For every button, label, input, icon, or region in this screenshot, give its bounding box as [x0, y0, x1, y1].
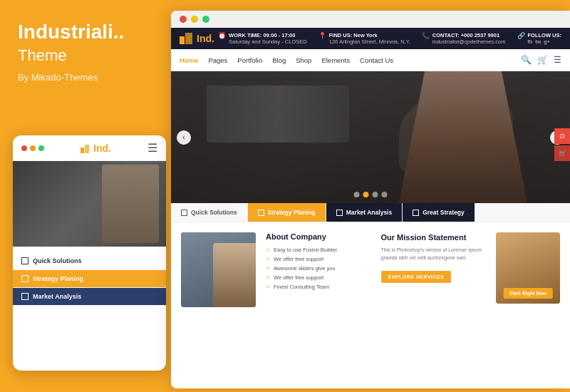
theme-author: By Mikado-Themes — [18, 72, 153, 83]
svg-rect-3 — [185, 33, 192, 44]
tab-quick-solutions[interactable]: Quick Solutions — [171, 203, 248, 222]
tab-label-quick: Quick Solutions — [191, 209, 237, 216]
check-icon-1: ✓ — [266, 247, 271, 253]
tab-icon-great — [413, 210, 419, 216]
about-company-list: ✓Easy to use Fusion Builder ✓We offer fr… — [266, 247, 371, 290]
check-icon-2: ✓ — [266, 256, 271, 262]
hamburger-icon[interactable]: ☰ — [554, 55, 561, 65]
start-right-now-button[interactable]: Start Right Now — [504, 288, 553, 299]
mobile-menu-label-market: Market Analysis — [33, 293, 81, 300]
hero-dot-4[interactable] — [382, 192, 388, 197]
about-company-title: About Company — [266, 232, 371, 241]
nav-link-portfolio[interactable]: Portfolio — [237, 56, 262, 64]
cart-icon[interactable]: 🛒 — [537, 55, 548, 65]
nav-link-elements[interactable]: Elements — [321, 56, 350, 64]
mobile-hamburger-icon[interactable]: ☰ — [147, 141, 157, 155]
mobile-header: Ind. ☰ — [13, 135, 166, 161]
menu-icon-quick — [21, 257, 28, 264]
mobile-menu-item-quick[interactable]: Quick Solutions — [13, 252, 166, 270]
tab-label-great: Great Strategy — [423, 209, 465, 216]
side-btn-1[interactable]: O — [554, 128, 570, 144]
hero-dot-3[interactable] — [373, 192, 378, 197]
hero-pagination-dots — [354, 192, 388, 197]
social-icon: 🔗 — [517, 32, 525, 39]
about-company-image — [181, 232, 256, 307]
clock-icon: ⏰ — [218, 32, 226, 39]
social-tw[interactable]: tw — [535, 38, 541, 45]
nav-utility-icons: 🔍 🛒 ☰ — [521, 55, 561, 65]
list-item-4: ✓We offer free support — [266, 274, 371, 281]
svg-rect-0 — [81, 148, 84, 153]
nav-follow: 🔗 FOLLOW US: fb tw g+ — [517, 32, 562, 45]
list-item-5: ✓Finest Consulting Team — [266, 284, 371, 290]
content-section: About Company ✓Easy to use Fusion Builde… — [171, 222, 570, 317]
main-nav-links: Home Pages Portfolio Blog Shop Elements … — [180, 56, 393, 64]
mobile-mockup: Ind. ☰ Quick Solutions Strategy Planing … — [13, 135, 166, 371]
nav-find-us: 📍 FIND US: New York 126 Arlington Street… — [318, 32, 410, 45]
nav-link-home[interactable]: Home — [180, 56, 198, 64]
left-panel: Industriali.. Theme By Mikado-Themes Ind… — [0, 0, 171, 392]
social-fb[interactable]: fb — [528, 38, 533, 45]
browser-dot-red — [180, 16, 187, 23]
mission-text: This is Photoshop's version of Loremer I… — [381, 247, 487, 262]
theme-title: Industriali.. — [18, 21, 153, 43]
tab-icon-quick — [181, 210, 187, 216]
check-icon-3: ✓ — [266, 265, 271, 272]
mobile-menu-label-strategy: Strategy Planing — [33, 275, 83, 282]
mobile-hero-image — [13, 161, 166, 247]
browser-dot-green — [202, 16, 209, 23]
nav-link-blog[interactable]: Blog — [272, 56, 286, 64]
mission-col: Our Mission Statement This is Photoshop'… — [381, 232, 487, 307]
tab-strip: Quick Solutions Strategy Planing Market … — [171, 203, 570, 222]
list-item-1: ✓Easy to use Fusion Builder — [266, 247, 371, 253]
theme-subtitle: Theme — [18, 46, 153, 65]
nav-link-pages[interactable]: Pages — [208, 56, 227, 64]
tab-strategy-planing[interactable]: Strategy Planing — [248, 203, 326, 222]
social-gp[interactable]: g+ — [544, 38, 550, 45]
nav-link-shop[interactable]: Shop — [296, 56, 311, 64]
mobile-menu-label-quick: Quick Solutions — [33, 257, 82, 264]
tab-market-analysis[interactable]: Market Analysis — [326, 203, 403, 222]
check-icon-4: ✓ — [266, 274, 271, 281]
hero-dot-1[interactable] — [354, 192, 360, 197]
nav-work-time: ⏰ WORK TIME: 09:00 - 17:00 Saturday and … — [218, 32, 307, 45]
browser-mockup: Ind. ⏰ WORK TIME: 09:00 - 17:00 Saturday… — [171, 11, 570, 388]
mobile-menu-item-strategy[interactable]: Strategy Planing — [13, 270, 166, 288]
location-icon: 📍 — [318, 32, 326, 39]
about-company-col: About Company ✓Easy to use Fusion Builde… — [266, 232, 371, 307]
search-icon[interactable]: 🔍 — [521, 55, 532, 65]
social-links: fb tw g+ — [528, 38, 562, 45]
mission-title: Our Mission Statement — [381, 232, 487, 242]
mobile-dot-green — [38, 145, 44, 151]
menu-icon-strategy — [21, 275, 28, 282]
right-cta-col: Start Right Now — [496, 232, 560, 307]
tab-label-strategy: Strategy Planing — [268, 209, 316, 216]
check-icon-5: ✓ — [266, 284, 271, 290]
explore-services-button[interactable]: EXPLORE SERVICES — [381, 271, 452, 283]
mobile-logo-text: Ind. — [93, 143, 111, 154]
mobile-menu-list: Quick Solutions Strategy Planing Market … — [13, 247, 166, 311]
tab-great-strategy[interactable]: Great Strategy — [403, 203, 475, 222]
mobile-person-image — [102, 165, 159, 243]
mobile-logo: Ind. — [81, 143, 111, 154]
hero-section: ‹ › O 🛒 — [171, 71, 570, 203]
nav-contact: 📞 CONTACT: +000 2537 9901 industrialist@… — [422, 32, 506, 45]
tab-icon-strategy — [258, 210, 264, 216]
hero-arrow-left[interactable]: ‹ — [177, 130, 191, 145]
side-btn-2[interactable]: 🛒 — [554, 145, 570, 161]
nav-link-contact[interactable]: Contact Us — [360, 56, 393, 64]
svg-rect-2 — [180, 36, 185, 44]
nav-info-section: ⏰ WORK TIME: 09:00 - 17:00 Saturday and … — [218, 32, 561, 45]
site-logo-icon — [180, 33, 192, 44]
main-nav: Home Pages Portfolio Blog Shop Elements … — [171, 49, 570, 71]
svg-rect-1 — [85, 145, 89, 153]
mobile-menu-item-market[interactable]: Market Analysis — [13, 288, 166, 306]
mobile-dot-yellow — [30, 145, 36, 151]
menu-icon-market — [21, 293, 28, 300]
tab-icon-market — [336, 210, 343, 216]
hero-dot-2[interactable] — [363, 192, 369, 197]
browser-top-nav: Ind. ⏰ WORK TIME: 09:00 - 17:00 Saturday… — [171, 28, 570, 49]
browser-top-bar — [171, 11, 570, 28]
list-item-3: ✓Awesome sliders give you — [266, 265, 371, 272]
phone-icon: 📞 — [422, 32, 430, 39]
